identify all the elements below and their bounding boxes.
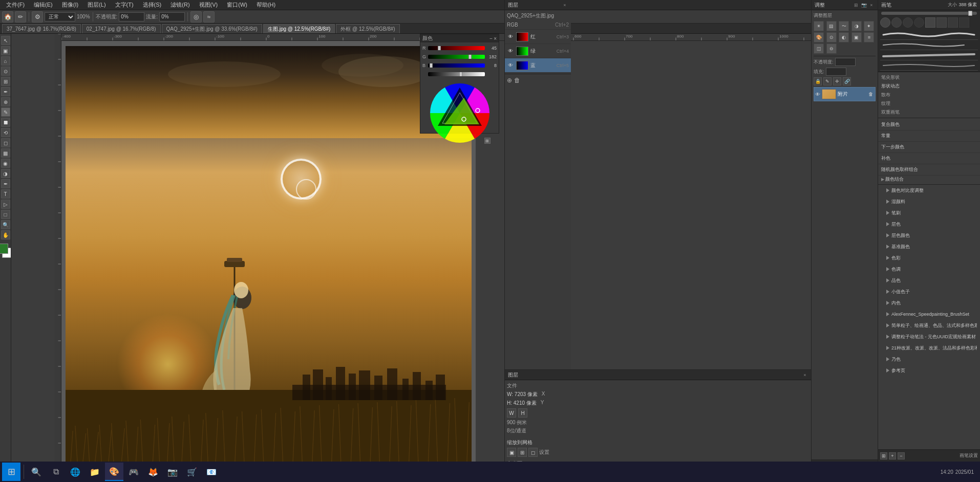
list-row-layer-color[interactable]: 层色 — [878, 218, 980, 230]
menu-image[interactable]: 图像(I) — [58, 0, 82, 10]
fg-bg-colors[interactable] — [0, 244, 11, 258]
list-row-layer-color-2[interactable]: 层色颜色 — [878, 230, 980, 241]
adj-brightness-btn[interactable]: ☀ — [814, 21, 824, 31]
active-layer-item[interactable]: 👁 附片 🗑 — [814, 87, 876, 101]
adj-panel-icon-3[interactable]: × — [868, 2, 875, 8]
slider-b-track[interactable] — [428, 63, 485, 68]
menu-filter[interactable]: 滤镜(R) — [166, 0, 194, 10]
brush-tool[interactable]: ✎ — [1, 107, 10, 117]
brush-preset-complement[interactable]: 补色 — [878, 153, 980, 164]
adj-bw-btn[interactable]: ◐ — [839, 32, 849, 42]
brush-scatter-label[interactable]: 散布 — [878, 91, 980, 99]
adj-vibrance-btn[interactable]: ✦ — [864, 21, 874, 31]
color-panel-close[interactable]: × — [494, 36, 497, 41]
menu-edit[interactable]: 编辑(E) — [30, 0, 57, 10]
scale-btn-2[interactable]: ⊞ — [518, 448, 527, 457]
slider-brightness-track[interactable] — [428, 72, 485, 76]
color-wheel-svg[interactable] — [429, 82, 491, 144]
pen-tool[interactable]: ✒ — [1, 179, 10, 188]
start-button[interactable]: ⊞ — [2, 463, 20, 481]
gradient-tool[interactable]: ▦ — [1, 148, 10, 158]
brush-tile-3[interactable] — [903, 17, 913, 28]
slider-g-track[interactable] — [428, 55, 485, 59]
tab-1[interactable]: 02_1747.jpg @ 16.7%(RGB/8) — [82, 24, 161, 33]
tab-3[interactable]: 生图.jpg @ 12.5%(RGB/8#) — [263, 24, 335, 33]
brush-dual-label[interactable]: 双重画笔 — [878, 108, 980, 117]
adj-channelmix-btn[interactable]: ≡ — [864, 32, 874, 42]
list-row-particles1[interactable]: 简单粒子、绘画通、色品、法式和多样色彩和纯粗绘画素材 — [878, 320, 980, 331]
adj-photofilter-btn[interactable]: ▣ — [851, 32, 862, 42]
layer-add-channel-btn[interactable]: ⊕ — [507, 77, 512, 84]
taskbar-ps[interactable]: 🎨 — [105, 463, 123, 481]
taskbar-app4[interactable]: 🛒 — [183, 463, 201, 481]
flow-input[interactable] — [159, 12, 185, 21]
slider-b-thumb[interactable] — [430, 63, 433, 68]
history-brush[interactable]: ⟲ — [1, 128, 10, 137]
eraser-tool[interactable]: ◻ — [1, 138, 10, 147]
channel-blue[interactable]: 👁 蓝 Ctrl+5 — [505, 58, 571, 73]
slider-r-thumb[interactable] — [438, 46, 441, 50]
brush-preset-constant[interactable]: 常量 — [878, 130, 980, 142]
opacity-input[interactable] — [119, 12, 144, 21]
stroke-preview-4[interactable] — [880, 60, 978, 71]
lock-position-btn[interactable]: ✛ — [833, 77, 841, 85]
list-row-inner-color[interactable]: 内色 — [878, 297, 980, 309]
list-row-small-value[interactable]: 小值色子 — [878, 286, 980, 297]
active-layer-delete[interactable]: 🗑 — [867, 91, 874, 98]
menu-text[interactable]: 文字(T) — [111, 0, 138, 10]
scale-btn-3[interactable]: ◻ — [528, 448, 538, 457]
taskbar-search[interactable]: 🔍 — [27, 463, 46, 481]
text-tool[interactable]: T — [1, 189, 10, 199]
brush-texture-label[interactable]: 纹理 — [878, 99, 980, 108]
taskbar-app2[interactable]: 🦊 — [144, 463, 162, 481]
list-row-hue[interactable]: 色彩 — [878, 252, 980, 264]
smoothing-btn[interactable]: ≈ — [203, 11, 215, 23]
fill-input-layers[interactable] — [826, 68, 846, 76]
adj-colorlook-btn[interactable]: ◫ — [814, 43, 824, 54]
menu-file[interactable]: 文件(F) — [2, 0, 29, 10]
preset-del-btn[interactable]: − — [898, 452, 905, 459]
brush-tile-7[interactable] — [948, 17, 958, 28]
brush-size-slider[interactable] — [881, 12, 977, 15]
layer-delete-channel-btn[interactable]: 🗑 — [514, 77, 520, 84]
channel-red-vis[interactable]: 👁 — [507, 33, 514, 40]
airbrush-btn[interactable]: ◎ — [190, 11, 202, 23]
dodge-tool[interactable]: ◑ — [1, 169, 10, 178]
preset-add-btn[interactable]: + — [889, 452, 896, 459]
brush-tool-btn[interactable]: ✏ — [15, 11, 26, 23]
home-button[interactable]: 🏠 — [2, 11, 13, 23]
list-row-alex[interactable]: AlexFennec_Speedpainting_BrushSet — [878, 309, 980, 320]
channel-green-vis[interactable]: 👁 — [507, 48, 514, 55]
list-row-base-color[interactable]: 基准颜色 — [878, 241, 980, 252]
slider-brightness-thumb[interactable] — [459, 72, 462, 76]
doc-info-icon[interactable]: × — [802, 372, 808, 378]
stroke-preview-3[interactable] — [880, 50, 978, 60]
list-row-color-nb[interactable]: 乃色 — [878, 354, 980, 365]
menu-select[interactable]: 选择(S) — [139, 0, 166, 10]
active-layer-vis[interactable]: 👁 — [815, 92, 820, 97]
crop-tool[interactable]: ⊞ — [1, 77, 10, 86]
brush-preset-next[interactable]: 下一步颜色 — [878, 142, 980, 153]
blur-tool[interactable]: ◉ — [1, 159, 10, 168]
taskbar-app3[interactable]: 📷 — [163, 463, 182, 481]
menu-help[interactable]: 帮助(H) — [252, 0, 280, 10]
chain-h-btn[interactable]: H — [518, 408, 527, 418]
adj-curves-btn[interactable]: 〜 — [839, 21, 849, 31]
list-row-reference[interactable]: 参考页 — [878, 365, 980, 376]
zoom-tool[interactable]: 🔍 — [1, 220, 10, 229]
brush-expand-arrow[interactable]: ▶ — [881, 177, 884, 182]
layers-panel-icon-1[interactable]: × — [562, 2, 568, 8]
color-wheel-expand[interactable]: ⊞ — [484, 138, 491, 144]
taskbar-explorer[interactable]: 📁 — [86, 463, 104, 481]
brush-tile-8[interactable] — [959, 17, 969, 28]
tab-2[interactable]: QAQ_2925+生图.jpg @ 33.6%(RGB/8#) — [162, 24, 262, 33]
brush-tile-1[interactable] — [880, 17, 890, 28]
brush-tile-4[interactable] — [914, 17, 924, 28]
eyedropper[interactable]: ✒ — [1, 87, 10, 96]
shape-tool[interactable]: □ — [1, 210, 10, 219]
path-select[interactable]: ▷ — [1, 200, 10, 209]
rectangular-marquee[interactable]: ▣ — [1, 46, 10, 55]
list-row-particles3[interactable]: 21种改派、改派、改派、法品和多样色彩和纯粗绘画素材 — [878, 342, 980, 354]
adj-levels-btn[interactable]: ▤ — [826, 21, 837, 31]
slider-r-track[interactable] — [428, 46, 485, 50]
